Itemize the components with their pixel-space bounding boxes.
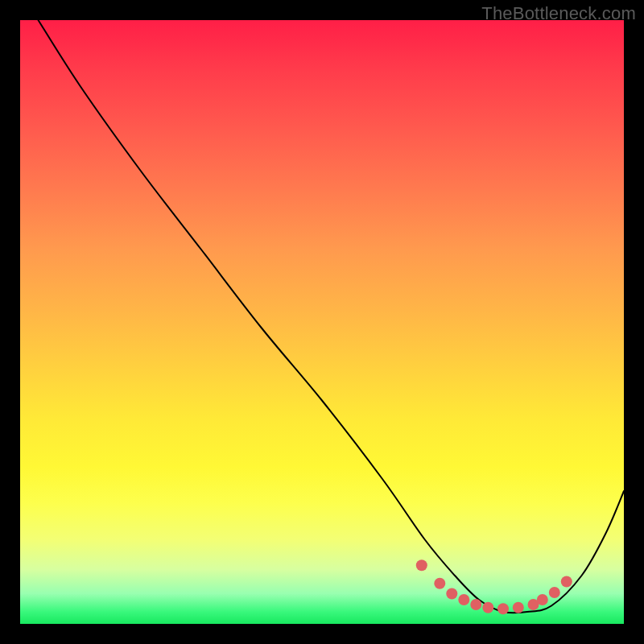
- valley-marker: [470, 599, 481, 610]
- chart-frame: TheBottleneck.com: [0, 0, 644, 644]
- valley-marker: [446, 588, 457, 600]
- valley-marker: [416, 559, 427, 571]
- watermark-text: TheBottleneck.com: [481, 3, 636, 24]
- plot-area: [20, 20, 624, 624]
- valley-marker: [497, 603, 509, 614]
- valley-marker: [434, 578, 445, 589]
- valley-marker: [482, 602, 493, 613]
- valley-marker: [458, 594, 469, 605]
- valley-markers: [416, 559, 572, 614]
- bottleneck-curve: [39, 20, 625, 613]
- valley-marker: [537, 594, 548, 605]
- valley-marker: [561, 576, 572, 588]
- valley-marker: [549, 587, 560, 598]
- chart-overlay: [20, 20, 624, 624]
- valley-marker: [513, 602, 524, 613]
